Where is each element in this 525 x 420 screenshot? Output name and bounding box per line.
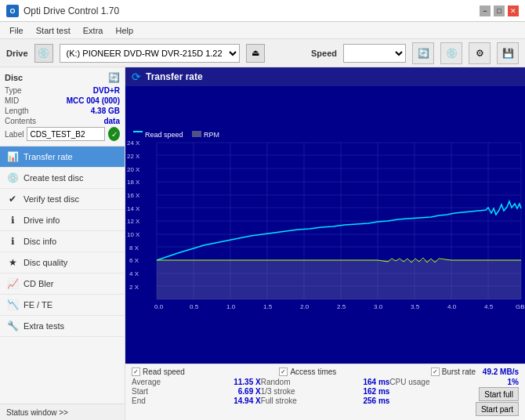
chart-area: Read speed RPM xyxy=(125,86,525,364)
disc-contents-value: data xyxy=(103,117,120,125)
end-label: End xyxy=(132,396,146,405)
end-value: 14.94 X xyxy=(234,396,260,405)
disc-info-panel: Disc 🔄 Type DVD+R MID MCC 004 (000) Leng… xyxy=(0,67,125,147)
disc-contents-label: Contents xyxy=(5,117,36,125)
drive-bar: Drive 💿 (K:) PIONEER DVD-RW DVR-215D 1.2… xyxy=(0,39,525,67)
access-times-checkbox-label[interactable]: ✓ Access times xyxy=(279,368,336,376)
average-label: Average xyxy=(132,378,161,386)
chart-header: ⟳ Transfer rate xyxy=(125,67,525,86)
one-third-stroke-label: 1/3 stroke xyxy=(261,387,295,396)
svg-rect-3 xyxy=(192,131,201,137)
refresh-button[interactable]: 🔄 xyxy=(412,42,434,64)
svg-rect-1 xyxy=(133,131,143,132)
svg-text:4.0: 4.0 xyxy=(447,303,457,310)
nav-extra-tests[interactable]: 🔧 Extra tests xyxy=(0,316,125,337)
full-stroke-value: 256 ms xyxy=(363,396,389,405)
nav-verify-test-disc[interactable]: ✔ Verify test disc xyxy=(0,189,125,210)
maximize-button[interactable]: □ xyxy=(494,5,505,16)
transfer-rate-chart: Read speed RPM xyxy=(125,86,525,364)
start-value: 6.69 X xyxy=(238,387,261,396)
eject-button[interactable]: ⏏ xyxy=(246,44,265,63)
create-test-disc-icon: 💿 xyxy=(6,172,19,184)
svg-text:RPM: RPM xyxy=(204,131,219,139)
stats-col-3: CPU usage 1% Start full Start part xyxy=(389,378,519,417)
sidebar: Disc 🔄 Type DVD+R MID MCC 004 (000) Leng… xyxy=(0,67,125,420)
fe-te-icon: 📉 xyxy=(6,299,19,311)
close-button[interactable]: ✕ xyxy=(508,5,519,16)
minimize-button[interactable]: − xyxy=(480,5,491,16)
cpu-usage-label: CPU usage xyxy=(389,378,429,386)
transfer-rate-icon: 📊 xyxy=(6,150,19,163)
speed-label: Speed xyxy=(311,49,337,58)
chart-title: Transfer rate xyxy=(146,71,203,82)
nav-fe-te[interactable]: 📉 FE / TE xyxy=(0,295,125,316)
average-value: 11.35 X xyxy=(234,378,260,386)
app-title: Opti Drive Control 1.70 xyxy=(24,5,119,16)
burst-rate-value: 49.2 MB/s xyxy=(483,368,519,376)
svg-text:16 X: 16 X xyxy=(127,192,140,199)
svg-text:20 X: 20 X xyxy=(127,166,140,173)
svg-text:18 X: 18 X xyxy=(127,179,140,186)
svg-text:2.5: 2.5 xyxy=(337,303,346,310)
disc-length-label: Length xyxy=(5,107,29,115)
speed-selector[interactable] xyxy=(343,44,406,63)
drive-selector[interactable]: (K:) PIONEER DVD-RW DVR-215D 1.22 xyxy=(60,44,240,63)
save-button[interactable]: 💾 xyxy=(497,42,519,64)
svg-text:3.5: 3.5 xyxy=(411,303,420,310)
svg-text:2.0: 2.0 xyxy=(300,303,310,310)
svg-text:6 X: 6 X xyxy=(129,257,139,264)
disc-mid-value: MCC 004 (000) xyxy=(67,96,120,105)
svg-text:12 X: 12 X xyxy=(127,218,140,225)
svg-text:10 X: 10 X xyxy=(127,231,140,238)
main-content: ⟳ Transfer rate Read speed RPM xyxy=(125,67,525,420)
svg-text:0.0: 0.0 xyxy=(154,303,164,310)
disc-label-input[interactable] xyxy=(27,127,105,141)
disc-length-value: 4.38 GB xyxy=(91,107,120,115)
svg-text:Read speed: Read speed xyxy=(145,131,183,139)
settings-button[interactable]: ⚙ xyxy=(469,42,491,64)
drive-label: Drive xyxy=(6,49,28,58)
menu-extra[interactable]: Extra xyxy=(77,24,110,37)
disc-type-label: Type xyxy=(5,86,22,95)
stats-col-2: Random 164 ms 1/3 stroke 162 ms Full str… xyxy=(261,378,390,417)
svg-text:14 X: 14 X xyxy=(127,205,140,212)
read-speed-checkbox[interactable]: ✓ xyxy=(132,368,140,376)
menu-help[interactable]: Help xyxy=(109,24,139,37)
svg-text:2 X: 2 X xyxy=(129,284,139,291)
verify-test-disc-icon: ✔ xyxy=(6,193,19,205)
nav-drive-info[interactable]: ℹ Drive info xyxy=(0,210,125,231)
nav-transfer-rate[interactable]: 📊 Transfer rate xyxy=(0,147,125,168)
svg-text:0.5: 0.5 xyxy=(190,303,199,310)
start-part-button[interactable]: Start part xyxy=(476,402,519,416)
disc-info-icon: ℹ xyxy=(6,235,19,248)
nav-items: 📊 Transfer rate 💿 Create test disc ✔ Ver… xyxy=(0,147,125,404)
cpu-usage-value: 1% xyxy=(508,378,519,386)
nav-disc-info[interactable]: ℹ Disc info xyxy=(0,231,125,252)
start-full-button[interactable]: Start full xyxy=(479,387,519,401)
menu-file[interactable]: File xyxy=(3,24,30,37)
read-speed-checkbox-label[interactable]: ✓ Read speed xyxy=(132,368,185,376)
burst-rate-checkbox[interactable]: ✓ xyxy=(431,368,440,376)
svg-text:8 X: 8 X xyxy=(129,244,139,252)
extra-tests-icon: 🔧 xyxy=(6,320,19,332)
chart-title-icon: ⟳ xyxy=(132,71,141,83)
burst-rate-checkbox-label[interactable]: ✓ Burst rate 49.2 MB/s xyxy=(431,368,519,376)
access-times-checkbox[interactable]: ✓ xyxy=(279,368,288,376)
svg-text:24 X: 24 X xyxy=(127,139,140,147)
one-third-stroke-value: 162 ms xyxy=(363,387,389,396)
menu-start-test[interactable]: Start test xyxy=(30,24,77,37)
svg-text:1.0: 1.0 xyxy=(226,303,236,310)
disc-icon-button[interactable]: 💿 xyxy=(440,42,462,64)
svg-text:4.5: 4.5 xyxy=(484,303,494,310)
status-window-button[interactable]: Status window >> xyxy=(0,404,125,420)
disc-label-save-btn[interactable]: ✓ xyxy=(108,127,120,141)
disc-mid-label: MID xyxy=(5,96,19,105)
nav-create-test-disc[interactable]: 💿 Create test disc xyxy=(0,168,125,189)
nav-disc-quality[interactable]: ★ Disc quality xyxy=(0,252,125,273)
svg-rect-52 xyxy=(157,260,521,299)
random-value: 164 ms xyxy=(363,378,389,386)
disc-refresh-icon[interactable]: 🔄 xyxy=(108,72,120,83)
title-bar: O Opti Drive Control 1.70 − □ ✕ xyxy=(0,0,525,22)
stats-col-1: Average 11.35 X Start 6.69 X End 14.94 X xyxy=(132,378,261,417)
nav-cd-bler[interactable]: 📈 CD Bler xyxy=(0,273,125,295)
